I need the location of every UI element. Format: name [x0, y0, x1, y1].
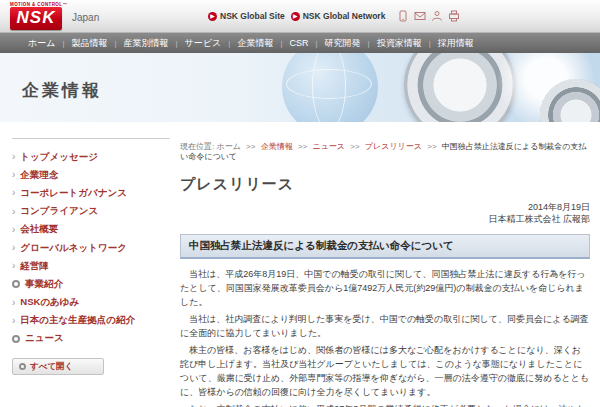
globe-image [282, 53, 378, 122]
person-icon[interactable] [431, 10, 443, 22]
nsk-global-network-link[interactable]: ▶ NSK Global Network [291, 11, 386, 21]
nav-item-company[interactable]: 企業情報 [237, 37, 273, 50]
printer-icon[interactable] [448, 10, 460, 22]
arrow-bullet-icon: › [12, 262, 15, 270]
nav-separator: | [62, 39, 64, 48]
global-network-label: NSK Global Network [303, 11, 386, 21]
arrow-bullet-icon: › [12, 153, 15, 161]
circle-bullet-icon [12, 280, 20, 288]
nav-item-home[interactable]: ホーム [28, 37, 55, 50]
nav-separator: | [176, 39, 178, 48]
nsk-logo-mark: NSK [10, 7, 62, 30]
paragraph: 株主の皆様、お客様をはじめ、関係者の皆様には多大なご心配をおかけすることになり、… [180, 343, 590, 399]
sidebar-item-philosophy[interactable]: ›企業理念 [12, 166, 170, 184]
arrow-bullet-icon: › [12, 171, 15, 179]
sidebar-item-news[interactable]: ニュース [12, 330, 170, 348]
arrow-bullet-icon: › [12, 226, 15, 234]
breadcrumb-separator: >> [427, 142, 436, 151]
sidebar-item-management[interactable]: ›経営陣 [12, 257, 170, 275]
nav-item-careers[interactable]: 採用情報 [438, 37, 474, 50]
nsk-logo[interactable]: MOTION & CONTROL™ NSK [10, 2, 67, 30]
nav-separator: | [228, 39, 230, 48]
paragraph: 当社は、社内調査により判明した事実を受け、中国での軸受の取引に関して、同委員会に… [180, 312, 590, 340]
circle-bullet-icon [12, 335, 20, 343]
section-title: 企業情報 [22, 79, 102, 102]
nsk-global-site-link[interactable]: ▶ NSK Global Site [208, 11, 285, 21]
breadcrumb-news[interactable]: ニュース [312, 142, 345, 151]
red-arrow-icon: ▶ [208, 12, 217, 21]
breadcrumb-company[interactable]: 企業情報 [261, 142, 293, 151]
nav-item-industries[interactable]: 産業別情報 [124, 37, 169, 50]
breadcrumb-home[interactable]: ホーム [216, 142, 240, 151]
hero-banner: 企業情報 [0, 53, 600, 122]
header-utility-links: ▶ NSK Global Site ▶ NSK Global Network [208, 10, 460, 22]
release-body: 当社は、平成26年8月19日、中国での軸受の取引に関して、同国独占禁止法に違反す… [180, 267, 590, 407]
nav-separator: | [429, 39, 431, 48]
content-area: ›トップメッセージ ›企業理念 ›コーポレートガバナンス ›コンプライアンス ›… [0, 122, 600, 407]
globe-longitude-line [312, 53, 346, 122]
arrow-bullet-icon: › [12, 299, 15, 307]
arrow-bullet-icon: › [12, 317, 15, 325]
breadcrumb-prefix: 現在位置: [180, 142, 214, 151]
nav-separator: | [368, 39, 370, 48]
nav-item-services[interactable]: サービス [185, 37, 222, 50]
top-header: MOTION & CONTROL™ NSK Japan ▶ NSK Global… [0, 0, 600, 33]
paragraph: 当社は、平成26年8月19日、中国での軸受の取引に関して、同国独占禁止法に違反す… [180, 267, 590, 309]
global-site-label: NSK Global Site [220, 11, 285, 21]
nav-separator: | [315, 39, 317, 48]
sidebar-item-global-network[interactable]: ›グローバルネットワーク [12, 239, 170, 257]
expand-all-button[interactable]: すべて開く [12, 358, 104, 375]
sidebar-item-history[interactable]: ›NSKのあゆみ [12, 294, 170, 312]
nav-separator: | [115, 39, 117, 48]
paragraph: なお、本制裁金の支払いに伴い平成27年3月期の業績予想に修正が必要となった場合に… [180, 402, 590, 407]
mobile-icon[interactable] [397, 10, 409, 22]
sidebar-item-top-message[interactable]: ›トップメッセージ [12, 148, 170, 166]
sidebar-item-compliance[interactable]: ›コンプライアンス [12, 203, 170, 221]
page: MOTION & CONTROL™ NSK Japan ▶ NSK Global… [0, 0, 600, 407]
sidebar-item-company-profile[interactable]: ›会社概要 [12, 221, 170, 239]
utility-icon-group [397, 10, 460, 22]
nav-separator: | [280, 39, 282, 48]
release-date: 2014年8月19日 [180, 202, 590, 214]
nav-item-products[interactable]: 製品情報 [72, 37, 108, 50]
sidebar-menu: ›トップメッセージ ›企業理念 ›コーポレートガバナンス ›コンプライアンス ›… [12, 138, 170, 348]
arrow-bullet-icon: › [12, 244, 15, 252]
nav-item-investors[interactable]: 投資家情報 [377, 37, 422, 50]
breadcrumb-separator: >> [350, 142, 359, 151]
release-title: 中国独占禁止法違反による制裁金の支払い命令について [180, 234, 590, 259]
nav-item-rd[interactable]: 研究開発 [325, 37, 361, 50]
global-nav: ホーム| 製品情報| 産業別情報| サービス| 企業情報| CSR| 研究開発|… [0, 33, 600, 53]
nav-item-csr[interactable]: CSR [289, 38, 308, 48]
red-arrow-icon: ▶ [291, 12, 300, 21]
expand-all-icon [19, 363, 26, 370]
arrow-bullet-icon: › [12, 189, 15, 197]
release-company: 日本精工株式会社 広報部 [180, 214, 590, 226]
arrow-bullet-icon: › [12, 208, 15, 216]
breadcrumb-separator: >> [298, 142, 307, 151]
sidebar-item-business[interactable]: 事業紹介 [12, 275, 170, 293]
sidebar-item-japan-plants[interactable]: ›日本の主な生産拠点の紹介 [12, 312, 170, 330]
breadcrumb: 現在位置: ホーム >> 企業情報 >> ニュース >> プレスリリース >> … [180, 142, 590, 162]
region-label: Japan [72, 12, 99, 23]
breadcrumb-press-release[interactable]: プレスリリース [365, 142, 422, 151]
release-meta: 2014年8月19日 日本精工株式会社 広報部 [180, 202, 590, 225]
sidebar-item-governance[interactable]: ›コーポレートガバナンス [12, 184, 170, 202]
mail-icon[interactable] [414, 10, 426, 22]
page-title: プレスリリース [180, 175, 590, 194]
main-content: 現在位置: ホーム >> 企業情報 >> ニュース >> プレスリリース >> … [178, 122, 600, 407]
breadcrumb-separator: >> [246, 142, 255, 151]
sidebar: ›トップメッセージ ›企業理念 ›コーポレートガバナンス ›コンプライアンス ›… [0, 122, 178, 407]
